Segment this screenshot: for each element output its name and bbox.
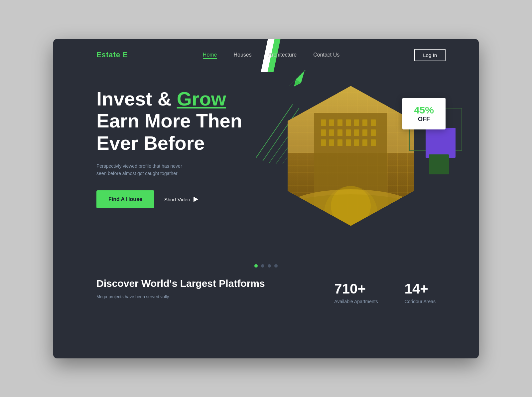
find-house-button[interactable]: Find A House [96, 190, 154, 208]
dot-2[interactable] [261, 264, 264, 268]
svg-rect-28 [371, 139, 376, 146]
discover-text-block: Discover World's Largest Platforms Mega … [96, 278, 308, 300]
svg-rect-9 [329, 119, 334, 126]
short-video-button[interactable]: Short Video [164, 197, 198, 202]
hexagon-image-container [288, 86, 414, 226]
stat-apartments-number: 710+ [334, 281, 378, 297]
navigation: Estate E Home Houses Architecture Contac… [53, 39, 479, 71]
login-button[interactable]: Log In [414, 49, 446, 61]
hero-section: Invest & Grow Earn More Then Ever Before… [53, 71, 479, 258]
svg-rect-17 [337, 129, 342, 136]
svg-rect-13 [362, 119, 367, 126]
hero-title: Invest & Grow Earn More Then Ever Before [96, 88, 266, 154]
accent-green-rect [429, 154, 449, 174]
hero-description: Perspectivly viewed profile that has nev… [96, 162, 190, 177]
discover-description: Mega projects have been served vally [96, 294, 308, 300]
nav-item-contact[interactable]: Contact Us [313, 52, 339, 58]
stat-corridors-number: 14+ [405, 281, 436, 297]
accent-purple-box [426, 128, 456, 158]
hero-right-content: 45% OFF [266, 78, 436, 231]
bottom-section: Discover World's Largest Platforms Mega … [53, 268, 479, 321]
discount-off-label: OFF [410, 116, 438, 123]
dot-1[interactable] [254, 264, 258, 268]
svg-rect-8 [321, 119, 326, 126]
nav-item-home[interactable]: Home [203, 52, 217, 58]
svg-rect-22 [321, 139, 326, 146]
hero-title-part2: Earn More Then [96, 110, 242, 131]
logo: Estate E [96, 51, 128, 59]
svg-rect-14 [371, 119, 376, 126]
stats-area: 710+ Available Apartments 14+ Coridour A… [334, 278, 436, 304]
stat-apartments-label: Available Apartments [334, 299, 378, 304]
discount-badge: 45% OFF [402, 98, 446, 129]
svg-rect-16 [329, 129, 334, 136]
nav-link-contact[interactable]: Contact Us [313, 52, 339, 58]
paper-plane-icon [286, 68, 309, 93]
svg-rect-19 [354, 129, 359, 136]
play-icon [194, 197, 198, 202]
hero-title-part3: Ever Before [96, 132, 205, 154]
nav-link-architecture[interactable]: Architecture [268, 52, 297, 58]
hexagon-building [288, 86, 414, 226]
browser-window: Estate E Home Houses Architecture Contac… [53, 39, 479, 358]
stat-corridors-label: Coridour Areas [405, 299, 436, 304]
pagination-dots [53, 264, 479, 268]
svg-rect-27 [362, 139, 367, 146]
svg-rect-26 [354, 139, 359, 146]
cta-area: Find A House Short Video [96, 190, 266, 208]
dot-4[interactable] [274, 264, 278, 268]
nav-item-architecture[interactable]: Architecture [268, 52, 297, 58]
hero-title-green: Grow [177, 88, 226, 109]
stat-corridors: 14+ Coridour Areas [405, 281, 436, 304]
nav-links: Home Houses Architecture Contact Us [203, 52, 339, 58]
hero-left-content: Invest & Grow Earn More Then Ever Before… [96, 78, 266, 209]
svg-rect-12 [354, 119, 359, 126]
svg-rect-10 [337, 119, 342, 126]
stat-apartments: 710+ Available Apartments [334, 281, 378, 304]
svg-rect-21 [371, 129, 376, 136]
discover-title: Discover World's Largest Platforms [96, 278, 308, 290]
svg-rect-11 [346, 119, 351, 126]
discount-percent: 45% [410, 104, 438, 116]
hero-title-part1: Invest & [96, 88, 177, 109]
nav-item-houses[interactable]: Houses [234, 52, 252, 58]
svg-rect-20 [362, 129, 367, 136]
nav-link-houses[interactable]: Houses [234, 52, 252, 58]
svg-rect-24 [337, 139, 342, 146]
nav-link-home[interactable]: Home [203, 52, 217, 59]
svg-rect-18 [346, 129, 351, 136]
dot-3[interactable] [268, 264, 271, 268]
svg-rect-25 [346, 139, 351, 146]
hexagon-wrapper [288, 86, 414, 226]
svg-rect-15 [321, 129, 326, 136]
svg-rect-23 [329, 139, 334, 146]
short-video-label: Short Video [164, 197, 190, 202]
